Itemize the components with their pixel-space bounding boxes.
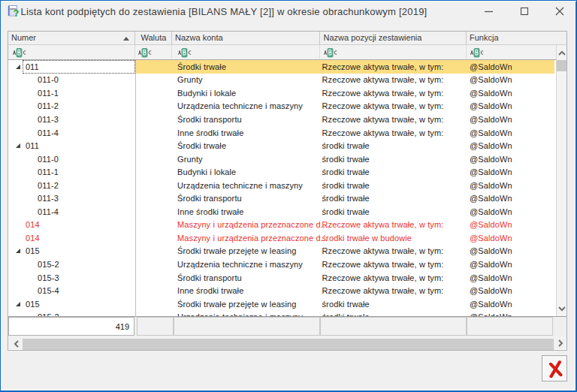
svg-text:?: ? bbox=[14, 8, 20, 17]
